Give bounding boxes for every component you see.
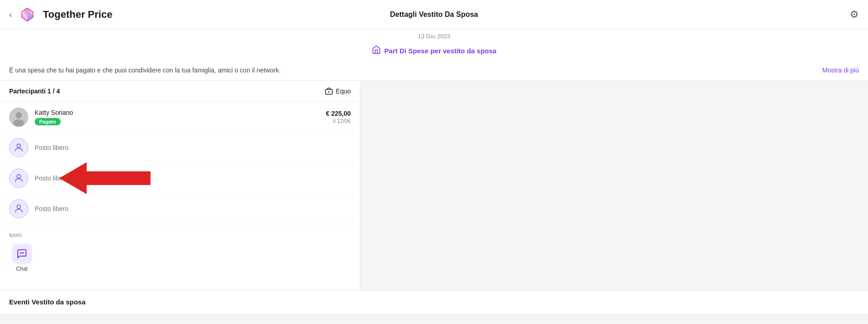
participants-header: Partecipanti 1 / 4 Equo bbox=[0, 81, 360, 102]
description-text: È una spesa che tu hai pagato e che puoi… bbox=[9, 67, 281, 74]
avatar bbox=[9, 108, 28, 127]
logo-text: Together Price bbox=[43, 9, 112, 21]
left-panel: Partecipanti 1 / 4 Equo bbox=[0, 81, 360, 290]
participant-date: il 12/06 bbox=[326, 118, 351, 124]
show-more-button[interactable]: Mostra di più bbox=[822, 67, 859, 74]
posto-libero-label: Posto libero bbox=[35, 205, 68, 212]
chat-icon bbox=[16, 248, 27, 259]
bottom-section: Eventi Vestito da sposa bbox=[0, 290, 868, 314]
chat-label: Chat bbox=[16, 266, 27, 272]
participant-left: Posto libero bbox=[9, 138, 68, 157]
avatar-placeholder bbox=[9, 138, 28, 157]
participant-left: Posto libero bbox=[9, 169, 68, 188]
participant-row: Posto libero bbox=[0, 194, 360, 224]
main-content: Partecipanti 1 / 4 Equo bbox=[0, 81, 868, 290]
avatar-placeholder bbox=[9, 169, 28, 188]
svg-marker-9 bbox=[59, 162, 151, 194]
date-bar: 13 Giu 2023 bbox=[0, 29, 868, 41]
participant-left: Posto libero bbox=[9, 199, 68, 218]
header-left: ‹ Together Price bbox=[9, 5, 112, 25]
red-arrow bbox=[59, 162, 151, 194]
logo-icon bbox=[17, 5, 37, 25]
participant-info: Katty Soriano Pagato bbox=[35, 109, 73, 125]
equo-icon bbox=[325, 87, 333, 95]
date-label: 13 Giu 2023 bbox=[418, 33, 450, 40]
back-button[interactable]: ‹ bbox=[9, 10, 12, 19]
svg-point-8 bbox=[17, 175, 21, 178]
equo-label: Equo bbox=[336, 87, 351, 95]
svg-point-6 bbox=[13, 119, 24, 127]
participants-title: Partecipanti 1 / 4 bbox=[9, 87, 60, 95]
promo-banner: Part Di Spese per vestito da sposa bbox=[0, 41, 868, 62]
participant-right: € 225,00 il 12/06 bbox=[326, 110, 351, 124]
status-badge: Pagato bbox=[35, 118, 61, 125]
chat-tool[interactable]: Chat bbox=[9, 244, 35, 272]
promo-text: Part Di Spese per vestito da sposa bbox=[385, 47, 497, 55]
equo-button[interactable]: Equo bbox=[325, 87, 351, 95]
participant-left: Katty Soriano Pagato bbox=[9, 108, 73, 127]
tools-label: tools bbox=[9, 231, 351, 238]
svg-point-10 bbox=[17, 205, 21, 209]
avatar-placeholder bbox=[9, 199, 28, 218]
svg-point-7 bbox=[17, 144, 21, 148]
posto-libero-label: Posto libero bbox=[35, 144, 68, 151]
participant-row: Posto libero bbox=[0, 133, 360, 163]
tools-section: tools Chat bbox=[0, 224, 360, 276]
posto-libero-label: Posto libero bbox=[35, 175, 68, 182]
home-icon bbox=[372, 45, 381, 57]
participant-amount: € 225,00 bbox=[326, 110, 351, 117]
events-title: Eventi Vestito da sposa bbox=[9, 298, 86, 306]
svg-point-5 bbox=[16, 112, 22, 118]
page-title: Dettagli Vestito Da Sposa bbox=[390, 10, 478, 19]
chat-icon-wrap bbox=[12, 244, 32, 264]
participant-name: Katty Soriano bbox=[35, 109, 73, 116]
participant-row: Katty Soriano Pagato € 225,00 il 12/06 bbox=[0, 102, 360, 133]
settings-icon[interactable]: ⚙ bbox=[850, 9, 859, 21]
participant-row: Posto libero bbox=[0, 163, 360, 194]
description-bar: È una spesa che tu hai pagato e che puoi… bbox=[0, 62, 868, 81]
header: ‹ Together Price Dettagli Vestito Da Spo… bbox=[0, 0, 868, 29]
right-panel bbox=[360, 81, 868, 290]
